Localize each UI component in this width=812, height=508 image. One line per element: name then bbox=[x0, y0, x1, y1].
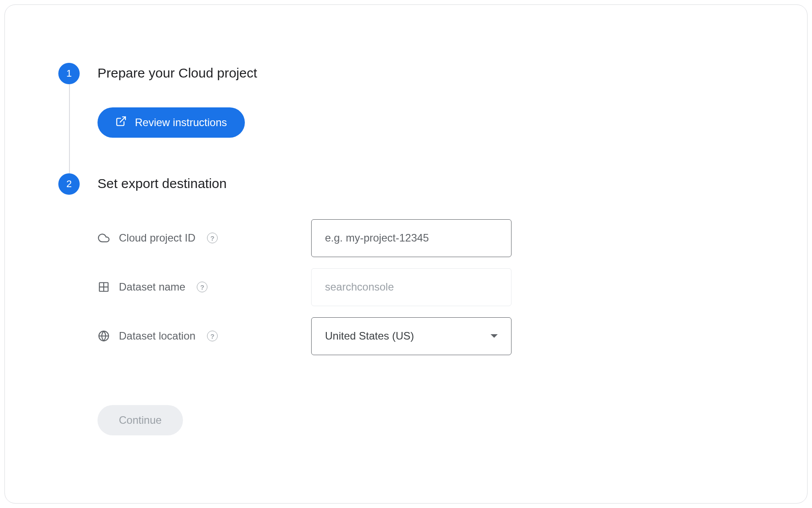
form-rows: Cloud project ID ? bbox=[97, 191, 754, 392]
globe-icon bbox=[97, 330, 110, 342]
step-2-number: 2 bbox=[58, 173, 80, 195]
step-1-body: Review instructions bbox=[97, 81, 754, 173]
cloud-icon bbox=[97, 232, 110, 244]
review-instructions-button[interactable]: Review instructions bbox=[97, 107, 245, 138]
label-group-dataset-location: Dataset location ? bbox=[97, 330, 311, 342]
control-dataset-name bbox=[311, 268, 512, 306]
control-project-id bbox=[311, 219, 512, 257]
review-instructions-label: Review instructions bbox=[135, 116, 227, 129]
grid-icon bbox=[97, 281, 110, 293]
svg-line-0 bbox=[120, 117, 126, 122]
control-dataset-location: United States (US) bbox=[311, 317, 512, 355]
help-icon-project-id[interactable]: ? bbox=[207, 233, 218, 243]
step-1-title: Prepare your Cloud project bbox=[97, 66, 754, 81]
help-icon-dataset-name[interactable]: ? bbox=[197, 282, 207, 292]
open-in-new-icon bbox=[115, 115, 127, 130]
help-icon-dataset-location[interactable]: ? bbox=[207, 331, 218, 341]
label-group-project-id: Cloud project ID ? bbox=[97, 232, 311, 244]
step-2: 2 Set export destination Cloud project I… bbox=[58, 173, 754, 435]
project-id-input[interactable] bbox=[311, 219, 512, 257]
setup-card: 1 Prepare your Cloud project Review inst… bbox=[4, 4, 808, 504]
step-2-title: Set export destination bbox=[97, 176, 754, 191]
step-1-content: Prepare your Cloud project Review instru… bbox=[97, 63, 754, 173]
row-dataset-location: Dataset location ? United States (US) bbox=[97, 316, 754, 356]
label-dataset-location: Dataset location bbox=[119, 330, 195, 342]
dataset-location-select[interactable]: United States (US) bbox=[311, 317, 512, 355]
chevron-down-icon bbox=[491, 334, 498, 338]
dataset-name-input[interactable] bbox=[311, 268, 512, 306]
label-group-dataset-name: Dataset name ? bbox=[97, 281, 311, 293]
continue-button[interactable]: Continue bbox=[97, 405, 183, 435]
step-connector bbox=[69, 84, 70, 173]
label-dataset-name: Dataset name bbox=[119, 281, 185, 293]
row-dataset-name: Dataset name ? bbox=[97, 267, 754, 307]
dataset-location-selected: United States (US) bbox=[325, 330, 414, 342]
step-1: 1 Prepare your Cloud project Review inst… bbox=[58, 63, 754, 173]
label-project-id: Cloud project ID bbox=[119, 232, 195, 244]
stepper: 1 Prepare your Cloud project Review inst… bbox=[58, 63, 754, 435]
step-2-content: Set export destination Cloud project ID … bbox=[97, 173, 754, 435]
row-project-id: Cloud project ID ? bbox=[97, 218, 754, 258]
step-1-number: 1 bbox=[58, 63, 80, 84]
